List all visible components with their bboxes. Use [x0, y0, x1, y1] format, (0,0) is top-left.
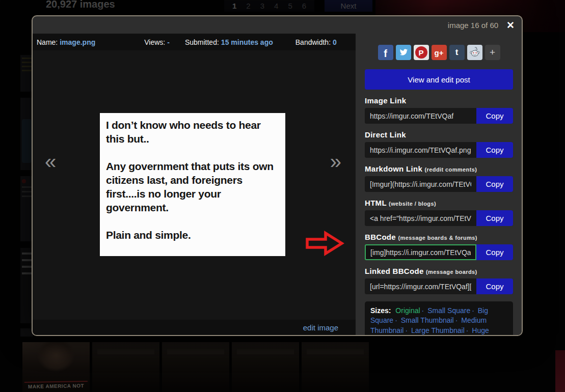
sizes-box: Sizes: Original· Small Square· Big Squar… — [365, 301, 513, 336]
previous-image-icon[interactable]: « — [45, 151, 56, 172]
meta-name: Name:image.png — [37, 38, 95, 46]
size-link-small-square[interactable]: Small Square — [427, 306, 470, 315]
view-and-edit-post-button[interactable]: View and edit post — [365, 69, 513, 90]
facebook-icon[interactable]: f — [378, 45, 393, 60]
meme-text-line: Plain and simple. — [106, 228, 279, 242]
field-row-markdown-link: Copy — [365, 176, 513, 192]
size-link-large-thumbnail[interactable]: Large Thumbnail — [411, 326, 465, 334]
social-share-row: f P g+ t — [365, 45, 513, 60]
meta-bandwidth: Bandwidth:0 — [295, 38, 337, 46]
meme-text-line: I don’t know who needs to hear this but.… — [106, 118, 279, 146]
image-counter: image 16 of 60 — [448, 21, 498, 30]
field-label-bbcode: BBCode (message boards & forums) — [365, 233, 513, 241]
close-icon[interactable]: ✕ — [506, 20, 515, 30]
field-row-html: Copy — [365, 210, 513, 226]
field-label-linked-bbcode: Linked BBCode (message boards) — [365, 267, 513, 275]
views-value: - — [167, 38, 170, 46]
field-row-bbcode: Copy — [365, 244, 513, 260]
image-viewport: « I don’t know who needs to hear this bu… — [33, 50, 356, 320]
googleplus-icon[interactable]: g+ — [432, 45, 447, 60]
pinterest-icon[interactable]: P — [414, 45, 429, 60]
copy-image-link-button[interactable]: Copy — [476, 108, 513, 124]
copy-linked-bbcode-button[interactable]: Copy — [476, 278, 513, 294]
image-viewer-modal: image 16 of 60 ✕ Name:image.png Views:- … — [32, 15, 523, 336]
reddit-icon[interactable] — [467, 45, 482, 60]
field-row-direct-link: Copy — [365, 142, 513, 158]
displayed-image: I don’t know who needs to hear this but.… — [100, 113, 285, 256]
tumblr-icon[interactable]: t — [449, 45, 465, 60]
copy-direct-link-button[interactable]: Copy — [476, 142, 513, 158]
size-link-small-thumbnail[interactable]: Small Thumbnail — [401, 316, 454, 324]
size-link-original[interactable]: Original — [395, 306, 420, 315]
field-label-markdown-link: Markdown Link (reddit comments) — [365, 164, 513, 173]
meme-text-line: Any government that puts its own citizen… — [106, 159, 279, 215]
field-label-html: HTML (website / blogs) — [365, 199, 513, 207]
image-pane: Name:image.png Views:- Submitted:15 minu… — [33, 34, 356, 335]
twitter-icon[interactable] — [396, 45, 411, 60]
markdown-link-input[interactable] — [365, 176, 476, 192]
bandwidth-value: 0 — [333, 38, 337, 46]
image-meta-bar: Name:image.png Views:- Submitted:15 minu… — [33, 34, 356, 50]
copy-markdown-link-button[interactable]: Copy — [476, 176, 513, 192]
html-embed-input[interactable] — [365, 210, 476, 226]
annotation-arrow-icon — [305, 231, 344, 256]
copy-html-button[interactable]: Copy — [476, 210, 513, 226]
share-sidebar: f P g+ t — [356, 34, 522, 335]
field-row-image-link: Copy — [365, 108, 513, 124]
sizes-label: Sizes: — [370, 306, 391, 315]
linked-bbcode-input[interactable] — [365, 278, 476, 294]
field-row-linked-bbcode: Copy — [365, 278, 513, 294]
direct-link-input[interactable] — [365, 142, 476, 158]
field-label-direct-link: Direct Link — [365, 130, 513, 139]
image-link-input[interactable] — [365, 108, 476, 124]
next-image-icon[interactable]: » — [330, 151, 341, 172]
meta-views: Views:- — [144, 38, 170, 46]
field-label-image-link: Image Link — [365, 96, 513, 105]
bbcode-input[interactable] — [365, 244, 476, 260]
more-share-icon[interactable]: + — [485, 45, 500, 60]
edit-image-link[interactable]: edit image — [303, 323, 338, 332]
meta-submitted: Submitted:15 minutes ago — [185, 38, 273, 46]
copy-bbcode-button[interactable]: Copy — [476, 244, 513, 260]
image-footer: edit image — [33, 320, 356, 335]
modal-titlebar: image 16 of 60 ✕ — [33, 16, 522, 34]
submitted-value: 15 minutes ago — [221, 38, 273, 46]
image-filename-link[interactable]: image.png — [60, 38, 95, 46]
